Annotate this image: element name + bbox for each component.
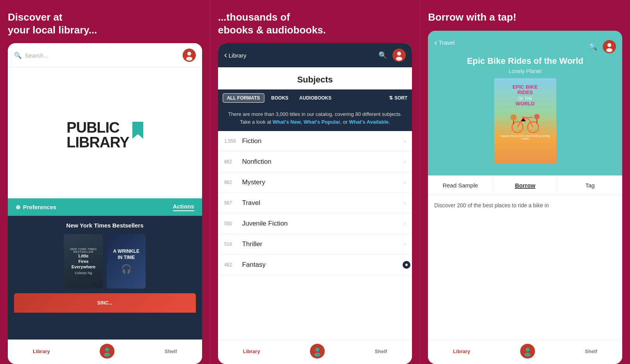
catalog-info: There are more than 3,000 titles in our … <box>218 107 412 131</box>
chevron-right-icon-2: › <box>404 158 406 165</box>
svg-point-1 <box>187 52 191 56</box>
svg-point-4 <box>105 348 109 352</box>
avatar[interactable] <box>183 49 196 62</box>
nav-library-s2[interactable]: Library <box>243 348 260 354</box>
bottom-nav-s2: Library Shelf <box>218 340 412 364</box>
back-button-s2[interactable]: ‹ Library <box>224 50 246 60</box>
filter-all-formats[interactable]: ALL FORMATS <box>223 93 264 103</box>
bike-cover-title: EPIC BIKERIDESof theWORLD <box>512 84 538 107</box>
preferences-button[interactable]: ⊕ Preferences <box>16 204 56 211</box>
book-covers-row: NEW YORK TIMESBESTSELLER LittleFiresEver… <box>14 234 196 289</box>
nav-shelf-s3[interactable]: Shelf <box>585 348 597 354</box>
nav-library-s1[interactable]: Library <box>33 348 50 354</box>
subject-item-nonfiction[interactable]: 882 Nonfiction › <box>218 152 412 172</box>
subject-count-nonfiction: 882 <box>224 159 238 164</box>
back-chevron-icon-s3: ‹ <box>434 38 437 48</box>
book-cover-1[interactable]: NEW YORK TIMESBESTSELLER LittleFiresEver… <box>64 234 103 289</box>
svg-point-14 <box>606 48 612 52</box>
book-author: Lonely Planet <box>434 68 616 74</box>
book-cover-2[interactable]: A WRINKLEIN TIME 🎧 <box>107 234 146 289</box>
plus-icon: ⊕ <box>16 204 21 211</box>
chevron-right-icon-3: › <box>404 179 406 186</box>
subject-name-mystery: Mystery <box>242 178 404 186</box>
nav-library-s3[interactable]: Library <box>453 348 470 354</box>
subject-item-thriller[interactable]: 516 Thriller › <box>218 234 412 255</box>
partial-book-text: SINC... <box>97 300 113 306</box>
search-bar[interactable]: 🔍 Search... <box>14 52 183 59</box>
chevron-right-icon-6: › <box>404 241 406 248</box>
svg-point-24 <box>524 353 531 357</box>
filter-audiobooks[interactable]: AUDIOBOOKS <box>296 94 336 102</box>
svg-point-7 <box>397 52 401 56</box>
svg-rect-20 <box>513 121 514 124</box>
sort-icon: ⇅ <box>389 95 393 101</box>
svg-point-19 <box>534 114 540 119</box>
nav-avatar-s2[interactable] <box>310 344 325 359</box>
book1-author: Celeste Ng <box>75 271 92 275</box>
book-cover-container: EPIC BIKERIDESof theWORLD <box>434 78 616 164</box>
actions-button[interactable]: Actions <box>173 203 194 211</box>
bike-illustration <box>510 110 541 133</box>
chevron-right-icon-5: › <box>404 220 406 227</box>
logo-area: PUBLIC LIBRARY <box>8 68 202 198</box>
chevron-right-icon: › <box>404 138 406 145</box>
subject-item-travel[interactable]: 567 Travel › <box>218 193 412 214</box>
sort-button[interactable]: ⇅ SORT <box>389 95 407 101</box>
svg-point-10 <box>315 348 319 352</box>
top-bar-s2: ‹ Library 🔍 <box>218 43 412 68</box>
filter-books[interactable]: BOOKS <box>267 94 292 102</box>
nav-avatar-s3[interactable] <box>520 344 535 359</box>
subject-count-thriller: 516 <box>224 242 238 247</box>
svg-rect-21 <box>537 119 537 123</box>
subject-name-thriller: Thriller <box>242 240 404 248</box>
avatar-s2[interactable] <box>392 49 406 62</box>
link-whats-new[interactable]: What's New <box>273 119 301 125</box>
book-detail-header: ‹ Travel 🔍 Epic Bi <box>428 31 622 176</box>
subjects-title: Subjects <box>218 68 412 89</box>
tag-button[interactable]: Tag <box>558 176 622 195</box>
nav-avatar-s1[interactable] <box>100 344 114 359</box>
subject-name-fantasy: Fantasy <box>242 261 404 269</box>
subject-name-nonfiction: Nonfiction <box>242 158 404 166</box>
subject-item-mystery[interactable]: 862 Mystery › <box>218 172 412 193</box>
read-sample-button[interactable]: Read Sample <box>428 176 493 195</box>
avatar-s3[interactable] <box>603 40 616 53</box>
search-icon-s3[interactable]: 🔍 <box>589 42 597 51</box>
back-button-s3[interactable]: ‹ Travel <box>434 38 454 48</box>
subject-name-travel: Travel <box>242 199 404 207</box>
bookmark-icon <box>132 122 143 139</box>
subject-list: 1,556 Fiction › 882 Nonfiction › 862 Mys… <box>218 131 412 340</box>
headphones-icon: 🎧 <box>121 264 132 274</box>
bike-cover-art: EPIC BIKERIDESof theWORLD <box>494 78 556 164</box>
subject-item-fiction[interactable]: 1,556 Fiction › <box>218 131 412 152</box>
bike-cover[interactable]: EPIC BIKERIDESof theWORLD <box>494 78 556 164</box>
partial-book-row: SINC... <box>14 293 196 313</box>
svg-point-11 <box>314 353 320 357</box>
book1-title: LittleFiresEverywhere <box>71 253 95 270</box>
book-detail-top-bar: ‹ Travel 🔍 <box>434 38 616 56</box>
description-text: Discover 200 of the best places to ride … <box>434 202 549 208</box>
book2-title: A WRINKLEIN TIME <box>113 248 140 261</box>
svg-point-13 <box>607 43 611 47</box>
subject-name-fiction: Fiction <box>242 137 404 145</box>
search-icon-s2[interactable]: 🔍 <box>378 51 387 60</box>
subject-item-juvenile[interactable]: 550 Juvenile Fiction › <box>218 214 412 234</box>
subject-item-fantasy[interactable]: 482 Fantasy › <box>218 255 412 275</box>
subject-count-fiction: 1,556 <box>224 138 238 144</box>
borrow-button[interactable]: Borrow <box>493 176 558 195</box>
link-whats-available[interactable]: What's Available <box>349 119 389 125</box>
logo-line1: PUBLIC <box>67 120 129 135</box>
book-description: Discover 200 of the best places to ride … <box>428 195 622 216</box>
screen2-header: ...thousands of ebooks & audiobooks. <box>218 11 412 36</box>
nav-shelf-s2[interactable]: Shelf <box>375 348 387 354</box>
scroll-dot <box>405 264 408 266</box>
subject-name-juvenile: Juvenile Fiction <box>242 220 404 228</box>
subject-count-juvenile: 550 <box>224 221 238 226</box>
subject-count-fantasy: 482 <box>224 262 238 268</box>
bottom-nav-s1: Library Shelf <box>8 340 202 364</box>
link-whats-popular[interactable]: What's Popular <box>304 119 340 125</box>
filter-bar: ALL FORMATS BOOKS AUDIOBOOKS ⇅ SORT <box>218 89 412 107</box>
svg-point-18 <box>510 114 517 121</box>
nav-shelf-s1[interactable]: Shelf <box>165 348 177 354</box>
search-icon: 🔍 <box>14 52 22 59</box>
